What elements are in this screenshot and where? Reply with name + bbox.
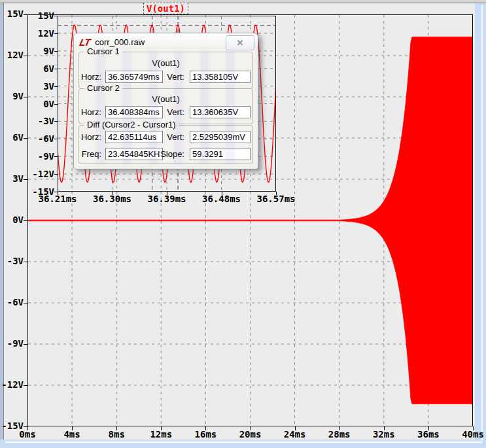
cursor1-group-label: Cursor 1: [84, 47, 122, 56]
main-x-tick-label: 24ms: [273, 429, 317, 439]
inset-x-tick-label: 36.30ms: [90, 194, 135, 204]
cursor2-group: Cursor 2 V(out1) Horz: Vert:: [78, 88, 253, 124]
inset-y-tick-label: -12V: [29, 169, 54, 179]
inset-y-tick: [54, 33, 58, 34]
main-x-tick: [161, 426, 162, 430]
inset-y-tick: [54, 174, 58, 175]
diff-freq-field[interactable]: [105, 148, 163, 160]
main-y-tick: [24, 138, 27, 139]
dialog-title: corr_000.raw: [95, 37, 145, 47]
diff-group: Diff (Cursor2 - Cursor1) Horz: Vert: Fre…: [78, 125, 253, 164]
main-y-tick: [24, 303, 27, 303]
diff-slope-field[interactable]: [190, 148, 251, 160]
inset-x-tick: [222, 192, 222, 195]
main-x-tick: [339, 426, 340, 430]
inset-x-tick: [276, 192, 277, 195]
cursor2-vert-field[interactable]: [190, 106, 251, 118]
inset-y-tick: [54, 16, 58, 16]
main-x-tick-label: 16ms: [183, 429, 228, 439]
main-x-tick: [205, 426, 206, 430]
main-y-tick: [24, 97, 27, 97]
cursor2-vert-label: Vert:: [158, 106, 184, 118]
cursor1-vert-field[interactable]: [190, 71, 251, 83]
inset-x-tick: [167, 192, 167, 195]
ltspice-waveform-window: V(out1) LT corr_000.raw ✕ Cursor 1 V(out…: [0, 0, 486, 448]
close-button[interactable]: ✕: [226, 35, 254, 50]
inset-x-tick: [113, 192, 113, 195]
main-x-tick-label: 12ms: [139, 429, 183, 439]
main-y-tick: [24, 344, 27, 345]
diff-slope-label: Slope:: [158, 148, 184, 160]
inset-y-tick-label: 15V: [29, 10, 54, 21]
window-right-frame-highlight: [481, 5, 483, 441]
window-bottom-frame-highlight: [5, 441, 482, 443]
inset-y-tick-label: -9V: [29, 151, 54, 162]
main-x-tick: [473, 426, 474, 430]
main-y-tick: [24, 179, 27, 180]
main-x-tick-label: 28ms: [317, 429, 362, 439]
main-x-tick: [295, 426, 296, 430]
trace-title-label[interactable]: V(out1): [143, 3, 188, 14]
main-x-tick: [27, 426, 28, 430]
close-icon: ✕: [237, 38, 244, 48]
inset-x-tick-label: 36.21ms: [35, 194, 80, 204]
main-y-tick-label: 9V: [1, 91, 24, 101]
cursor-dialog[interactable]: LT corr_000.raw ✕ Cursor 1 V(out1) Horz:…: [73, 33, 258, 169]
main-y-tick: [24, 56, 27, 56]
main-x-tick-label: 36ms: [406, 429, 451, 439]
inset-y-tick: [54, 69, 58, 69]
main-x-tick-label: 40ms: [451, 429, 486, 439]
diff-vert-field[interactable]: [190, 131, 251, 143]
diff-horz-field[interactable]: [105, 131, 163, 143]
inset-y-tick: [54, 86, 58, 87]
cursor1-trace-name: V(out1): [79, 58, 252, 68]
inset-x-tick-label: 36.48ms: [199, 194, 245, 204]
inset-y-tick-label: 6V: [29, 63, 54, 74]
diff-group-label: Diff (Cursor2 - Cursor1): [84, 120, 179, 129]
inset-y-tick-label: -3V: [29, 116, 54, 126]
inset-y-tick-label: 12V: [29, 28, 54, 39]
inset-y-tick-label: 0V: [29, 99, 54, 109]
diff-horz-label: Horz:: [79, 131, 101, 143]
inset-x-tick-label: 36.39ms: [144, 194, 190, 204]
inset-y-tick: [54, 139, 58, 139]
main-y-tick-label: 6V: [1, 132, 24, 143]
inset-y-tick: [54, 121, 58, 122]
cursor2-trace-name: V(out1): [79, 94, 252, 104]
main-y-tick: [24, 14, 27, 15]
lt-logo-icon: LT: [78, 37, 91, 48]
main-y-tick: [24, 262, 27, 262]
inset-y-tick-label: 9V: [29, 46, 54, 56]
main-y-tick-label: 0V: [1, 215, 24, 225]
main-x-tick: [72, 426, 73, 430]
inset-y-tick: [54, 104, 58, 105]
main-x-tick: [116, 426, 117, 430]
main-x-tick-label: 8ms: [94, 429, 139, 439]
main-y-tick-label: 12V: [1, 50, 24, 60]
inset-y-tick-label: -6V: [29, 133, 54, 144]
cursor2-horz-field[interactable]: [105, 106, 163, 118]
main-y-tick-label: 15V: [1, 9, 24, 19]
cursor2-horz-label: Horz:: [79, 106, 101, 118]
main-y-tick-label: -3V: [1, 256, 24, 266]
diff-freq-label: Freq:: [79, 148, 101, 160]
cursor1-vert-label: Vert:: [158, 71, 184, 83]
main-x-tick-label: 0ms: [5, 429, 50, 439]
main-y-tick-label: -9V: [1, 338, 24, 349]
main-x-tick: [384, 426, 385, 430]
cursor1-horz-field[interactable]: [105, 71, 163, 83]
inset-x-tick: [58, 192, 58, 195]
inset-y-tick: [54, 51, 58, 52]
diff-vert-label: Vert:: [158, 131, 184, 143]
main-x-tick-label: 32ms: [362, 429, 406, 439]
main-x-tick: [428, 426, 429, 430]
cursor1-horz-label: Horz:: [79, 71, 101, 83]
main-y-tick: [24, 385, 27, 386]
main-y-tick-label: -6V: [1, 297, 24, 307]
main-y-tick-label: -12V: [1, 379, 24, 390]
main-x-tick-label: 20ms: [228, 429, 273, 439]
main-x-tick: [251, 426, 251, 430]
main-y-tick-label: 3V: [1, 173, 24, 184]
main-x-tick-label: 4ms: [50, 429, 94, 439]
inset-y-tick: [54, 156, 58, 157]
